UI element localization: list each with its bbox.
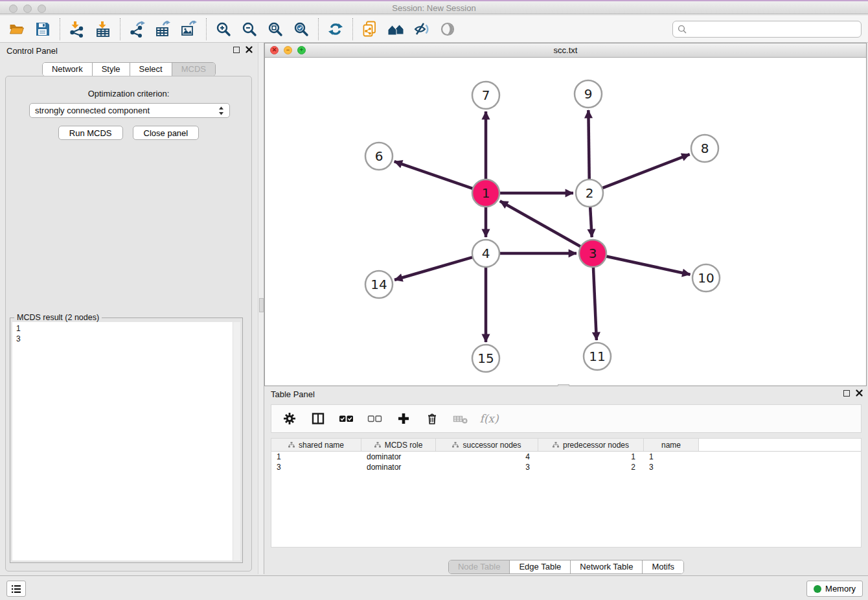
export-table-button[interactable] [150, 17, 176, 41]
task-history-button[interactable] [6, 581, 26, 597]
cell-name[interactable]: 1 [644, 452, 699, 462]
cell-mcds-role[interactable]: dominator [361, 452, 436, 462]
column-header-successor-nodes[interactable]: successor nodes [436, 439, 538, 451]
trash-icon [425, 411, 439, 426]
graph-edge-2-8[interactable] [602, 154, 690, 188]
fx-icon: f(x) [479, 412, 498, 425]
tab-motifs[interactable]: Motifs [643, 560, 683, 573]
mcds-result-item[interactable]: 3 [16, 334, 240, 344]
delete-table-button[interactable] [453, 411, 468, 426]
tab-edge-table[interactable]: Edge Table [510, 560, 571, 573]
refresh-button[interactable] [323, 17, 348, 41]
function-builder-button[interactable]: f(x) [481, 411, 497, 426]
close-panel-button[interactable]: Close panel [133, 126, 200, 140]
hierarchy-icon [288, 442, 295, 448]
search-input[interactable] [690, 25, 856, 34]
column-header-name[interactable]: name [644, 439, 699, 451]
export-network-button[interactable] [124, 17, 150, 41]
cell-name[interactable]: 3 [644, 462, 699, 472]
close-panel-icon[interactable] [246, 46, 253, 53]
mcds-result-item[interactable]: 1 [16, 323, 240, 334]
export-network-icon [129, 21, 146, 38]
hide-selected-button[interactable] [409, 17, 435, 41]
status-bar: Memory [0, 575, 868, 600]
memory-button[interactable]: Memory [806, 581, 863, 597]
add-column-button[interactable] [396, 411, 411, 426]
split-view-button[interactable] [310, 411, 326, 426]
network-window-title: scc.txt [265, 45, 866, 55]
optimization-criterion-select[interactable]: strongly connected component [29, 103, 230, 118]
toolbar-separator [206, 18, 207, 40]
cell-mcds-role[interactable]: dominator [361, 462, 436, 472]
first-neighbors-button[interactable] [383, 17, 409, 41]
save-floppy-icon [34, 21, 51, 38]
open-session-button[interactable] [4, 17, 30, 41]
zoom-out-button[interactable] [236, 17, 262, 41]
tab-mcds[interactable]: MCDS [172, 63, 215, 76]
graph-edge-3-10[interactable] [606, 256, 691, 274]
show-all-button[interactable] [435, 17, 461, 41]
column-header-shared-name[interactable]: shared name [271, 439, 361, 451]
column-label: name [661, 441, 681, 450]
column-settings-button[interactable] [282, 411, 297, 426]
zoom-selected-button[interactable] [288, 17, 314, 41]
tab-network-table[interactable]: Network Table [571, 560, 643, 573]
node-table[interactable]: shared name MCDS role successor nodes [271, 438, 862, 548]
graph-node-label-1: 1 [482, 185, 490, 201]
close-panel-icon[interactable] [856, 389, 863, 397]
graph-edge-2-3[interactable] [590, 207, 592, 237]
import-table-button[interactable] [90, 17, 116, 41]
import-table-icon [95, 21, 111, 38]
split-divider-handle[interactable] [259, 298, 264, 312]
table-toolbar: f(x) [271, 404, 862, 433]
table-row[interactable]: 3 dominator 3 2 3 [271, 462, 861, 472]
graph-node-label-3: 3 [589, 246, 597, 261]
tab-network[interactable]: Network [43, 63, 93, 76]
split-divider[interactable] [258, 43, 264, 574]
float-panel-icon[interactable] [233, 47, 240, 53]
cell-successor-nodes[interactable]: 4 [436, 452, 538, 462]
save-session-button[interactable] [30, 17, 56, 41]
export-table-icon [155, 21, 172, 38]
delete-table-icon [453, 411, 468, 426]
cell-shared-name[interactable]: 1 [271, 452, 361, 462]
graph-edge-1-6[interactable] [394, 161, 474, 189]
zoom-selected-icon [293, 21, 310, 38]
graph-edge-4-14[interactable] [394, 257, 473, 280]
graph-edge-2-9[interactable] [588, 110, 589, 179]
network-canvas[interactable]: 1234678910111415 [265, 58, 866, 386]
mcds-result-list[interactable]: 1 3 [12, 322, 240, 560]
graph-edge-3-11[interactable] [593, 267, 597, 340]
cell-predecessor-nodes[interactable]: 2 [538, 462, 644, 472]
result-scrollbar[interactable] [233, 322, 240, 560]
control-panel: Control Panel Network Style Select MCDS … [0, 43, 258, 574]
zoom-in-button[interactable] [211, 17, 236, 41]
float-panel-icon[interactable] [843, 390, 850, 397]
search-box[interactable] [672, 21, 862, 38]
optimization-criterion-label: Optimization criterion: [6, 89, 251, 98]
column-header-mcds-role[interactable]: MCDS role [361, 439, 436, 451]
cell-shared-name[interactable]: 3 [271, 462, 361, 472]
tab-style[interactable]: Style [93, 63, 130, 76]
zoom-fit-button[interactable] [262, 17, 288, 41]
export-image-button[interactable] [176, 17, 202, 41]
deselect-all-checkboxes-button[interactable] [367, 411, 383, 426]
import-network-button[interactable] [64, 17, 90, 41]
optimization-criterion-value: strongly connected component [35, 106, 218, 115]
network-graph[interactable]: 1234678910111415 [265, 58, 866, 386]
new-network-from-selection-button[interactable] [357, 17, 383, 41]
cell-successor-nodes[interactable]: 3 [436, 462, 538, 472]
table-row[interactable]: 1 dominator 4 1 1 [271, 452, 861, 462]
column-header-predecessor-nodes[interactable]: predecessor nodes [538, 439, 644, 451]
run-mcds-button[interactable]: Run MCDS [58, 126, 123, 140]
cell-predecessor-nodes[interactable]: 1 [538, 452, 644, 462]
graph-edge-3-1[interactable] [500, 201, 581, 246]
select-all-checkboxes-button[interactable] [339, 411, 354, 426]
zoom-fit-icon [267, 21, 284, 38]
delete-column-button[interactable] [424, 411, 440, 426]
table-panel-title: Table Panel [271, 389, 315, 399]
network-window-titlebar[interactable]: ✕ − + scc.txt [265, 43, 866, 58]
tab-node-table[interactable]: Node Table [449, 560, 510, 573]
tab-select[interactable]: Select [130, 63, 172, 76]
main-toolbar [0, 16, 868, 43]
